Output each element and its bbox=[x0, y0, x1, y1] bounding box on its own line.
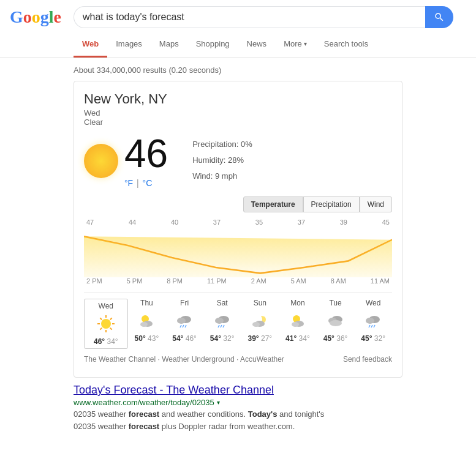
result-url: www.weather.com/weather/today/02035 ▾ bbox=[74, 398, 331, 407]
forecast-day-fri: Fri 54° 46° bbox=[165, 299, 203, 349]
svg-line-21 bbox=[223, 325, 224, 327]
svg-line-7 bbox=[110, 318, 112, 320]
search-input[interactable]: what is today's forecast bbox=[74, 6, 425, 28]
result-snippet: 02035 weather forecast and weather condi… bbox=[74, 408, 331, 432]
snippet-bold-forecast1: forecast bbox=[129, 409, 160, 419]
svg-point-29 bbox=[330, 320, 342, 326]
results-count: About 334,000,000 results (0.20 seconds) bbox=[0, 63, 476, 81]
header: Google what is today's forecast bbox=[0, 0, 476, 32]
forecast-day-sat: Sat 54° 32° bbox=[203, 299, 241, 349]
precipitation-stat: Precipitation: 0% bbox=[192, 136, 252, 152]
forecast-day-tue: Tue 45° 36° bbox=[317, 299, 355, 349]
source-names: The Weather Channel · Weather Undergroun… bbox=[84, 355, 284, 364]
forecast-day-sun: Sun 39° 27° bbox=[241, 299, 279, 349]
chart-area: 47 44 40 37 35 37 39 45 bbox=[84, 219, 392, 274]
chart-tabs: Temperature Precipitation Wind bbox=[84, 196, 392, 212]
sun-day-icon bbox=[96, 314, 116, 334]
forecast-day-thu: Thu 50° 43° bbox=[128, 299, 166, 349]
chevron-down-icon: ▾ bbox=[304, 40, 307, 47]
weather-day: Wed bbox=[84, 108, 392, 118]
weather-city: New York, NY bbox=[84, 91, 392, 107]
forecast-day-wed-next: Wed 45° 32° bbox=[354, 299, 392, 349]
weather-sources: The Weather Channel · Weather Undergroun… bbox=[84, 355, 392, 364]
search-icon bbox=[434, 12, 445, 23]
rain-icon-wed-next bbox=[363, 311, 383, 331]
nav-item-web[interactable]: Web bbox=[74, 32, 107, 58]
snippet-bold-forecast2: forecast bbox=[129, 422, 160, 431]
svg-point-11 bbox=[140, 322, 148, 327]
svg-line-33 bbox=[371, 325, 372, 327]
unit-separator: | bbox=[137, 178, 142, 188]
send-feedback-link[interactable]: Send feedback bbox=[343, 355, 392, 364]
svg-line-5 bbox=[100, 318, 102, 320]
temperature-value: 46 bbox=[124, 132, 168, 176]
logo-letter-o2: o bbox=[32, 7, 40, 27]
more-label: More bbox=[284, 39, 302, 48]
temperature-display: 46 °F | °C bbox=[124, 134, 168, 188]
forecast-day-wed-today: Wed 46° 34° bbox=[84, 299, 128, 349]
weather-left: 46 °F | °C bbox=[84, 134, 168, 188]
weather-main: 46 °F | °C Precipitation: 0% Humidity: 2… bbox=[84, 134, 392, 188]
svg-line-14 bbox=[180, 325, 181, 327]
svg-line-8 bbox=[100, 328, 102, 330]
logo-letter-l: l bbox=[49, 7, 54, 27]
result-url-text: www.weather.com/weather/today/02035 bbox=[74, 398, 214, 407]
svg-line-20 bbox=[221, 325, 222, 327]
unit-fahrenheit[interactable]: °F bbox=[124, 178, 133, 188]
svg-line-32 bbox=[369, 325, 370, 327]
weather-condition: Clear bbox=[84, 118, 392, 127]
forecast-day-mon: Mon 41° 34° bbox=[279, 299, 317, 349]
chart-tab-wind[interactable]: Wind bbox=[360, 196, 392, 212]
svg-point-13 bbox=[177, 318, 186, 324]
logo-letter-o1: o bbox=[23, 7, 32, 27]
weather-card: New York, NY Wed Clear 46 °F | °C Precip… bbox=[74, 81, 402, 378]
cloudy-rain-icon-fri bbox=[175, 311, 194, 331]
unit-celsius[interactable]: °C bbox=[143, 178, 153, 188]
logo-letter-g: G bbox=[10, 7, 23, 27]
result-title[interactable]: Today's Forecast - The Weather Channel bbox=[74, 384, 331, 397]
chart-tab-temperature[interactable]: Temperature bbox=[243, 196, 303, 212]
svg-point-0 bbox=[101, 319, 111, 329]
nav-item-shopping[interactable]: Shopping bbox=[187, 32, 238, 58]
sun-icon bbox=[84, 144, 118, 178]
chart-value-labels: 47 44 40 37 35 37 39 45 bbox=[84, 219, 392, 226]
humidity-stat: Humidity: 28% bbox=[192, 152, 252, 168]
temperature-chart bbox=[84, 228, 392, 277]
dropdown-arrow-icon[interactable]: ▾ bbox=[217, 399, 220, 406]
svg-point-18 bbox=[215, 318, 224, 324]
nav-item-news[interactable]: News bbox=[238, 32, 276, 58]
logo-letter-e: e bbox=[54, 7, 61, 27]
logo-letter-g2: g bbox=[40, 7, 49, 27]
svg-point-26 bbox=[292, 322, 299, 327]
weather-stats: Precipitation: 0% Humidity: 28% Wind: 9 … bbox=[192, 136, 252, 184]
rain-icon-sat bbox=[213, 311, 232, 331]
search-bar: what is today's forecast bbox=[74, 6, 453, 28]
nav-bar: Web Images Maps Shopping News More ▾ Sea… bbox=[0, 32, 476, 58]
chart-tab-precipitation[interactable]: Precipitation bbox=[303, 196, 360, 212]
nav-item-images[interactable]: Images bbox=[107, 32, 151, 58]
svg-point-23 bbox=[252, 322, 260, 327]
search-result: Today's Forecast - The Weather Channel w… bbox=[0, 378, 404, 438]
nav-item-maps[interactable]: Maps bbox=[151, 32, 187, 58]
chart-time-labels: 2 PM 5 PM 8 PM 11 PM 2 AM 5 AM 8 AM 11 A… bbox=[84, 276, 392, 286]
nav-item-more[interactable]: More ▾ bbox=[275, 32, 315, 58]
daily-forecast: Wed 46° 34° bbox=[84, 292, 392, 349]
search-button[interactable] bbox=[425, 6, 453, 28]
svg-line-6 bbox=[110, 328, 112, 330]
partly-cloudy-night-icon-sun bbox=[250, 311, 270, 331]
temperature-units: °F | °C bbox=[124, 178, 168, 188]
svg-line-15 bbox=[183, 325, 184, 327]
nav-item-search-tools[interactable]: Search tools bbox=[315, 32, 377, 58]
svg-point-31 bbox=[366, 318, 374, 324]
google-logo: Google bbox=[10, 7, 61, 27]
partly-cloudy-icon-thu bbox=[137, 311, 156, 331]
svg-line-34 bbox=[374, 325, 375, 327]
cloudy-icon-tue bbox=[326, 311, 346, 331]
svg-line-19 bbox=[218, 325, 219, 327]
snippet-bold-today: Today's bbox=[248, 409, 278, 419]
wind-stat: Wind: 9 mph bbox=[192, 168, 252, 184]
partly-cloudy-icon-mon bbox=[288, 311, 308, 331]
svg-line-16 bbox=[185, 325, 186, 327]
